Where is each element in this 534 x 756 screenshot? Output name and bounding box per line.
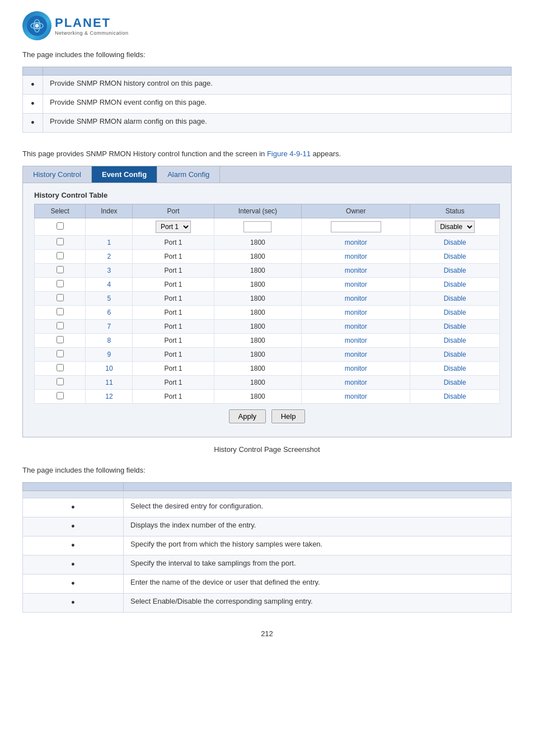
row-checkbox[interactable] [57,294,64,301]
input-status-select[interactable]: Disable Enable [435,221,475,233]
bottom-description-cell: Specify the interval to take samplings f… [124,556,512,575]
table-row: 3 Port 1 1800 monitor Disable [35,264,500,278]
row-checkbox[interactable] [57,350,64,357]
input-owner-field[interactable] [331,221,381,232]
tab-alarm-config[interactable]: Alarm Config [157,166,220,183]
row-status: Disable [410,306,500,320]
col-interval: Interval (sec) [214,204,302,218]
row-status: Disable [410,376,500,390]
bottom-table-row: • Select Enable/Disable the correspondin… [23,594,512,613]
row-index: 3 [86,264,133,278]
row-select [35,334,86,348]
col-port: Port [133,204,214,218]
col-owner: Owner [302,204,410,218]
logo-area: PLANET Networking & Communication [22,11,512,40]
history-control-table: Select Index Port Interval (sec) Owner S… [34,204,500,404]
row-interval: 1800 [214,292,302,306]
top-table-row: • Provide SNMP RMON history control on t… [23,76,512,95]
row-port: Port 1 [133,306,214,320]
svg-point-3 [35,24,39,28]
table-row: 9 Port 1 1800 monitor Disable [35,348,500,362]
row-select [35,306,86,320]
input-index-cell [86,218,133,236]
description-cell: Provide SNMP RMON alarm config on this p… [43,114,512,133]
row-port: Port 1 [133,362,214,376]
row-owner: monitor [302,236,410,250]
input-interval-field[interactable] [243,221,271,232]
logo-text: PLANET Networking & Communication [55,16,129,36]
main-panel: History Control Event Config Alarm Confi… [22,166,512,437]
row-status: Disable [410,334,500,348]
bottom-bullet-cell: • [23,556,124,575]
row-interval: 1800 [214,264,302,278]
row-checkbox[interactable] [57,378,64,385]
bottom-bullet-cell: • [23,575,124,594]
row-port: Port 1 [133,334,214,348]
row-checkbox[interactable] [57,280,64,287]
tab-bar: History Control Event Config Alarm Confi… [23,166,511,183]
bottom-table-row: • Enter the name of the device or user t… [23,575,512,594]
row-interval: 1800 [214,362,302,376]
table-row: 10 Port 1 1800 monitor Disable [35,362,500,376]
table-row: 7 Port 1 1800 monitor Disable [35,320,500,334]
bottom-table-row: • Specify the interval to take samplings… [23,556,512,575]
table-row: 6 Port 1 1800 monitor Disable [35,306,500,320]
col-select: Select [35,204,86,218]
row-owner: monitor [302,362,410,376]
apply-button[interactable]: Apply [229,409,266,423]
row-owner: monitor [302,334,410,348]
row-checkbox[interactable] [57,364,64,371]
row-interval: 1800 [214,236,302,250]
help-button[interactable]: Help [271,409,306,423]
row-index: 10 [86,362,133,376]
table-title: History Control Table [34,191,500,199]
row-checkbox[interactable] [57,238,64,245]
top-table-row: • Provide SNMP RMON event config on this… [23,95,512,114]
row-checkbox[interactable] [57,392,64,399]
row-select [35,362,86,376]
row-port: Port 1 [133,390,214,404]
row-port: Port 1 [133,250,214,264]
bullet-cell: • [23,76,43,95]
row-index: 6 [86,306,133,320]
figure-link[interactable]: Figure 4-9-11 [267,150,311,158]
tab-history-control[interactable]: History Control [23,166,92,183]
bottom-table-col1 [23,483,124,491]
tab-event-config[interactable]: Event Config [92,166,157,183]
row-interval: 1800 [214,334,302,348]
row-status: Disable [410,348,500,362]
row-checkbox[interactable] [57,308,64,315]
bottom-info-table: • Select the desired entry for configura… [22,482,512,613]
input-status-cell: Disable Enable [410,218,500,236]
row-status: Disable [410,320,500,334]
input-row: Port 1 Port 2 Disable Enable [35,218,500,236]
bottom-description-cell: Displays the index number of the entry. [124,517,512,536]
input-port-select[interactable]: Port 1 Port 2 [156,221,191,233]
bottom-header-row [23,491,512,498]
bottom-col2-header [124,491,512,498]
row-port: Port 1 [133,292,214,306]
row-checkbox[interactable] [57,322,64,329]
row-interval: 1800 [214,376,302,390]
row-select [35,390,86,404]
bottom-bullet-cell: • [23,594,124,613]
row-owner: monitor [302,390,410,404]
row-checkbox[interactable] [57,266,64,273]
screenshot-caption: History Control Page Screenshot [22,445,512,454]
row-index: 5 [86,292,133,306]
row-status: Disable [410,390,500,404]
bottom-col1-header [23,491,124,498]
input-select-checkbox[interactable] [57,222,64,230]
row-interval: 1800 [214,348,302,362]
row-checkbox[interactable] [57,336,64,343]
description-cell: Provide SNMP RMON event config on this p… [43,95,512,114]
row-index: 2 [86,250,133,264]
row-checkbox[interactable] [57,252,64,259]
row-select [35,292,86,306]
row-port: Port 1 [133,320,214,334]
row-owner: monitor [302,264,410,278]
row-status: Disable [410,250,500,264]
row-select [35,376,86,390]
row-select [35,320,86,334]
row-port: Port 1 [133,348,214,362]
